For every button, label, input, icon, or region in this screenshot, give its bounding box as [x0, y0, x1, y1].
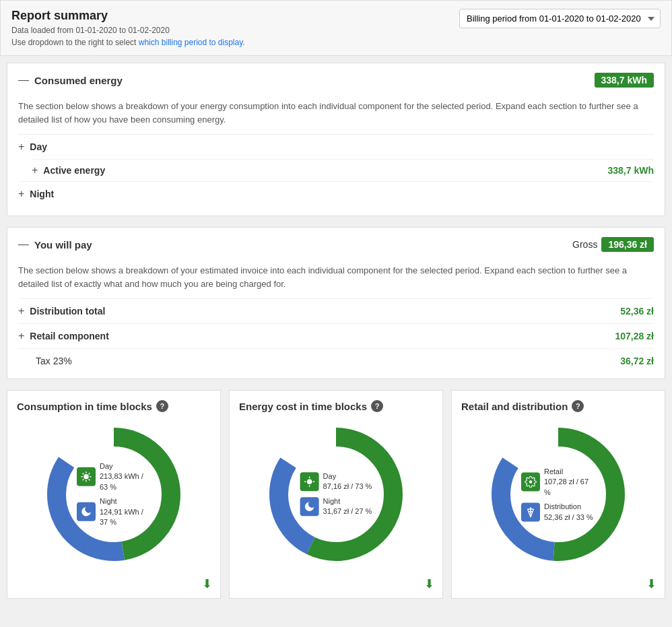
- chart-energy-cost: Energy cost in time blocks ?: [229, 390, 443, 599]
- consumed-energy-toggle[interactable]: —: [18, 75, 29, 86]
- billing-period-select[interactable]: Billing period from 01-01-2020 to 01-02-…: [459, 9, 661, 28]
- chart-consumption-title-text: Consumption in time blocks: [17, 401, 152, 412]
- download-energy-cost[interactable]: ⬇: [424, 576, 434, 591]
- tax-label: Tax 23%: [36, 356, 72, 366]
- legend-day-cost-value: 87,16 zł / 73 %: [323, 482, 372, 492]
- night-row: + Night: [18, 181, 654, 206]
- report-header: Report summary Data loaded from 01-01-20…: [0, 0, 672, 56]
- svg-line-8: [89, 480, 90, 481]
- consumed-energy-description: The section below shows a breakdown of y…: [18, 94, 654, 134]
- chart-energy-cost-donut: Day 87,16 zł / 73 % Night 31,67 zł / 27 …: [262, 420, 410, 568]
- retail-icon-box: [521, 473, 540, 492]
- distribution-toggle[interactable]: +: [18, 306, 24, 317]
- svg-point-12: [90, 511, 91, 513]
- night-row-left: + Night: [18, 189, 54, 199]
- chart-energy-cost-title-text: Energy cost in time blocks: [239, 401, 367, 412]
- distribution-total-value: 52,36 zł: [620, 306, 654, 317]
- legend-night-value: 124,91 kWh / 37 %: [100, 506, 151, 527]
- chart-energy-cost-title: Energy cost in time blocks ?: [239, 400, 433, 412]
- night-icon-box: [77, 502, 96, 521]
- consumed-energy-title: Consumed energy: [34, 75, 123, 86]
- gross-label: Gross: [572, 239, 597, 250]
- report-title: Report summary: [11, 9, 245, 23]
- distribution-icon-box: [521, 502, 540, 521]
- legend-distribution-label: Distribution: [544, 502, 593, 512]
- legend-night-consumption: Night 124,91 kWh / 37 %: [77, 496, 151, 527]
- day-toggle[interactable]: +: [18, 141, 24, 152]
- report-subtitle-line2: Use dropdown to the right to select whic…: [11, 38, 245, 47]
- you-will-pay-header: — You will pay Gross 196,36 zł: [18, 237, 654, 259]
- header-left: Report summary Data loaded from 01-01-20…: [11, 9, 245, 47]
- you-will-pay-badge-row: Gross 196,36 zł: [572, 237, 654, 252]
- billing-period-link[interactable]: which billing period to display: [139, 38, 243, 47]
- svg-point-16: [307, 480, 312, 485]
- gear-icon: [525, 476, 537, 488]
- legend-distribution: Distribution 52,36 zł / 33 %: [521, 502, 595, 523]
- legend-day-value: 213,83 kWh / 63 %: [100, 471, 151, 492]
- you-will-pay-badge: 196,36 zł: [601, 237, 654, 252]
- distribution-total-label: Distribution total: [30, 306, 105, 317]
- night-toggle[interactable]: +: [18, 189, 24, 199]
- retail-toggle[interactable]: +: [18, 331, 24, 341]
- svg-line-7: [83, 473, 84, 475]
- active-energy-label: Active energy: [43, 165, 105, 176]
- retail-component-value: 107,28 zł: [615, 331, 654, 341]
- svg-point-2: [83, 474, 89, 480]
- svg-line-9: [89, 473, 90, 475]
- legend-retail-value: 107,28 zł / 67 %: [544, 477, 595, 498]
- active-energy-value: 338,7 kWh: [608, 165, 654, 176]
- chart-consumption-help[interactable]: ?: [156, 400, 168, 412]
- you-will-pay-title: You will pay: [34, 239, 92, 251]
- consumption-legend: Day 213,83 kWh / 63 % Night 124,91 kWh /…: [77, 461, 151, 527]
- svg-line-10: [83, 480, 84, 481]
- moon-icon-2: [304, 500, 316, 513]
- legend-night-cost-value: 31,67 zł / 27 %: [323, 506, 372, 517]
- legend-retail: Retail 107,28 zł / 67 %: [521, 467, 595, 498]
- consumed-energy-title-row: — Consumed energy: [18, 75, 123, 86]
- legend-night-label: Night: [100, 496, 151, 506]
- svg-point-23: [529, 480, 533, 484]
- distribution-total-row: + Distribution total 52,36 zł: [18, 298, 654, 323]
- retail-component-row: + Retail component 107,28 zł: [18, 323, 654, 348]
- consumed-energy-header: — Consumed energy 338,7 kWh: [18, 73, 654, 94]
- tax-value: 36,72 zł: [620, 356, 654, 366]
- sun-icon-2: [304, 476, 316, 488]
- you-will-pay-toggle[interactable]: —: [18, 239, 29, 250]
- active-energy-left: + Active energy: [32, 165, 105, 176]
- download-consumption[interactable]: ⬇: [202, 576, 212, 591]
- active-energy-row: + Active energy 338,7 kWh: [32, 159, 654, 181]
- chart-retail-distribution-title: Retail and distribution ?: [461, 400, 655, 412]
- legend-night-energy-cost: Night 31,67 zł / 27 %: [300, 496, 372, 517]
- chart-consumption: Consumption in time blocks ?: [7, 390, 221, 599]
- chart-consumption-title: Consumption in time blocks ?: [17, 400, 211, 412]
- legend-day-consumption: Day 213,83 kWh / 63 %: [77, 461, 151, 492]
- you-will-pay-title-row: — You will pay: [18, 239, 92, 251]
- you-will-pay-section: — You will pay Gross 196,36 zł The secti…: [7, 227, 665, 379]
- report-subtitle-line1: Data loaded from 01-01-2020 to 01-02-202…: [11, 26, 245, 35]
- day-cost-icon-box: [300, 473, 319, 492]
- chart-retail-distribution-help[interactable]: ?: [572, 400, 584, 412]
- day-row-left: + Day: [18, 141, 47, 152]
- retail-distribution-legend: Retail 107,28 zł / 67 %: [521, 467, 595, 523]
- night-label: Night: [30, 189, 54, 199]
- download-retail-distribution[interactable]: ⬇: [646, 576, 657, 591]
- legend-night-cost-label: Night: [323, 496, 372, 506]
- legend-day-energy-cost: Day 87,16 zł / 73 %: [300, 471, 372, 492]
- svg-point-11: [88, 509, 90, 510]
- legend-day-label: Day: [100, 461, 151, 471]
- tower-icon: [525, 506, 537, 518]
- billing-select-wrapper: Billing period from 01-01-2020 to 01-02-…: [459, 9, 661, 28]
- active-energy-toggle[interactable]: +: [32, 165, 38, 176]
- chart-energy-cost-help[interactable]: ?: [371, 400, 383, 412]
- svg-point-13: [88, 511, 89, 513]
- day-sub-rows: + Active energy 338,7 kWh: [18, 159, 654, 181]
- consumed-energy-section: — Consumed energy 338,7 kWh The section …: [7, 63, 665, 216]
- sun-icon: [80, 471, 92, 483]
- distribution-total-left: + Distribution total: [18, 306, 105, 317]
- chart-retail-distribution-donut: Retail 107,28 zł / 67 %: [484, 420, 632, 568]
- legend-day-cost-label: Day: [323, 471, 372, 482]
- chart-retail-distribution-title-text: Retail and distribution: [461, 401, 568, 412]
- legend-retail-label: Retail: [544, 467, 595, 477]
- charts-row: Consumption in time blocks ?: [7, 390, 665, 599]
- night-cost-icon-box: [300, 497, 319, 516]
